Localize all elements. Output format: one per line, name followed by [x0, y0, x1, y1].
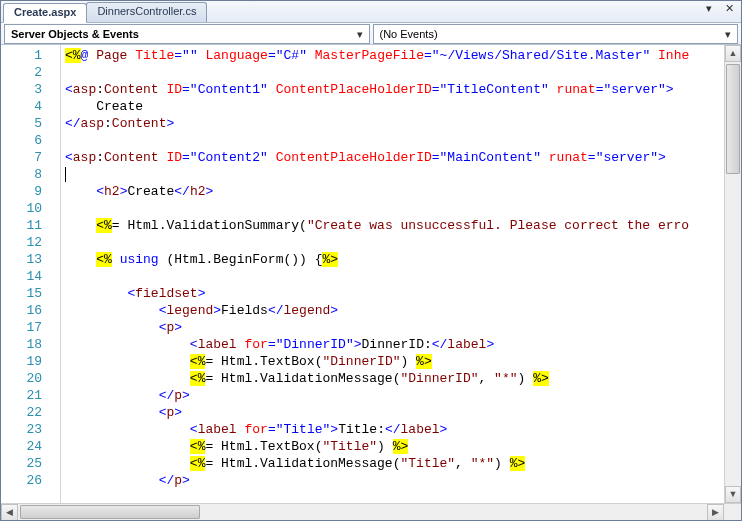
- code-viewport[interactable]: <%@ Page Title="" Language="C#" MasterPa…: [61, 45, 724, 503]
- server-objects-label: Server Objects & Events: [11, 28, 139, 40]
- code-line[interactable]: </p>: [65, 472, 724, 489]
- line-number: 10: [1, 200, 60, 217]
- code-line[interactable]: <%= Html.TextBox("Title") %>: [65, 438, 724, 455]
- code-line[interactable]: <label for="DinnerID">DinnerID:</label>: [65, 336, 724, 353]
- server-objects-dropdown[interactable]: Server Objects & Events ▾: [4, 24, 370, 44]
- code-line[interactable]: [65, 268, 724, 285]
- scroll-track[interactable]: [725, 62, 741, 486]
- events-label: (No Events): [380, 28, 438, 40]
- line-number: 21: [1, 387, 60, 404]
- code-line[interactable]: <%@ Page Title="" Language="C#" MasterPa…: [65, 47, 724, 64]
- code-line[interactable]: <%= Html.ValidationMessage("DinnerID", "…: [65, 370, 724, 387]
- editor-toolbar: Server Objects & Events ▾ (No Events) ▾: [1, 23, 741, 45]
- line-number: 9: [1, 183, 60, 200]
- line-number: 18: [1, 336, 60, 353]
- code-line[interactable]: [65, 64, 724, 81]
- code-line[interactable]: <%= Html.ValidationSummary("Create was u…: [65, 217, 724, 234]
- code-line[interactable]: [65, 166, 724, 183]
- text-caret: [65, 167, 66, 182]
- scroll-thumb[interactable]: [726, 64, 740, 174]
- code-line[interactable]: </p>: [65, 387, 724, 404]
- tab-create-aspx[interactable]: Create.aspx: [3, 3, 87, 23]
- line-number: 8: [1, 166, 60, 183]
- code-content[interactable]: <%@ Page Title="" Language="C#" MasterPa…: [61, 45, 724, 491]
- line-number: 3: [1, 81, 60, 98]
- line-number: 4: [1, 98, 60, 115]
- code-line[interactable]: <%= Html.ValidationMessage("Title", "*")…: [65, 455, 724, 472]
- code-line[interactable]: <asp:Content ID="Content1" ContentPlaceH…: [65, 81, 724, 98]
- horizontal-scrollbar[interactable]: ◀ ▶: [1, 503, 741, 520]
- code-line[interactable]: <%= Html.TextBox("DinnerID") %>: [65, 353, 724, 370]
- code-line[interactable]: [65, 200, 724, 217]
- code-line[interactable]: </asp:Content>: [65, 115, 724, 132]
- line-number: 24: [1, 438, 60, 455]
- close-icon[interactable]: ✕: [721, 2, 737, 16]
- line-number: 25: [1, 455, 60, 472]
- chevron-down-icon: ▾: [353, 28, 367, 41]
- code-line[interactable]: <h2>Create</h2>: [65, 183, 724, 200]
- events-dropdown[interactable]: (No Events) ▾: [373, 24, 739, 44]
- line-number: 17: [1, 319, 60, 336]
- code-line[interactable]: <label for="Title">Title:</label>: [65, 421, 724, 438]
- hscroll-track[interactable]: [18, 504, 707, 520]
- line-number: 5: [1, 115, 60, 132]
- window-controls: ▾ ✕: [701, 2, 737, 16]
- line-number-gutter: 1234567891011121314151617181920212223242…: [1, 45, 61, 503]
- line-number: 19: [1, 353, 60, 370]
- code-line[interactable]: Create: [65, 98, 724, 115]
- code-line[interactable]: <% using (Html.BeginForm()) {%>: [65, 251, 724, 268]
- chevron-down-icon: ▾: [721, 28, 735, 41]
- line-number: 16: [1, 302, 60, 319]
- line-number: 12: [1, 234, 60, 251]
- scroll-down-icon[interactable]: ▼: [725, 486, 741, 503]
- line-number: 14: [1, 268, 60, 285]
- code-line[interactable]: [65, 132, 724, 149]
- window-dropdown-icon[interactable]: ▾: [701, 2, 717, 16]
- editor-body: 1234567891011121314151617181920212223242…: [1, 45, 741, 503]
- line-number: 22: [1, 404, 60, 421]
- scrollbar-corner: [724, 504, 741, 520]
- code-line[interactable]: <p>: [65, 404, 724, 421]
- hscroll-thumb[interactable]: [20, 505, 200, 519]
- line-number: 15: [1, 285, 60, 302]
- line-number: 1: [1, 47, 60, 64]
- line-number: 23: [1, 421, 60, 438]
- line-number: 2: [1, 64, 60, 81]
- code-line[interactable]: <fieldset>: [65, 285, 724, 302]
- code-line[interactable]: [65, 234, 724, 251]
- scroll-up-icon[interactable]: ▲: [725, 45, 741, 62]
- scroll-left-icon[interactable]: ◀: [1, 504, 18, 521]
- line-number: 13: [1, 251, 60, 268]
- line-number: 6: [1, 132, 60, 149]
- code-line[interactable]: <p>: [65, 319, 724, 336]
- code-line[interactable]: <legend>Fields</legend>: [65, 302, 724, 319]
- line-number: 7: [1, 149, 60, 166]
- line-number: 11: [1, 217, 60, 234]
- tab-strip: Create.aspx DinnersController.cs ▾ ✕: [1, 1, 741, 23]
- line-number: 20: [1, 370, 60, 387]
- line-number: 26: [1, 472, 60, 489]
- scroll-right-icon[interactable]: ▶: [707, 504, 724, 521]
- tab-dinners-controller[interactable]: DinnersController.cs: [86, 2, 207, 22]
- vertical-scrollbar[interactable]: ▲ ▼: [724, 45, 741, 503]
- editor: 1234567891011121314151617181920212223242…: [1, 45, 741, 520]
- code-line[interactable]: <asp:Content ID="Content2" ContentPlaceH…: [65, 149, 724, 166]
